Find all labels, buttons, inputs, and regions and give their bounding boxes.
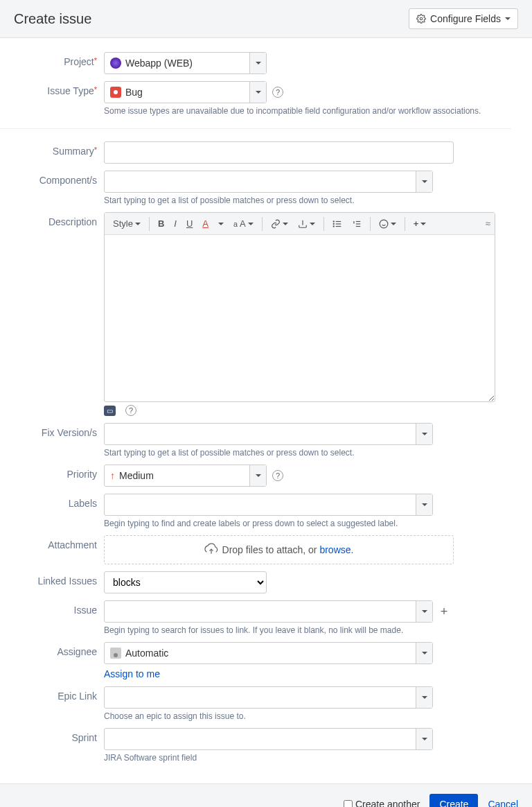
issue-type-label: Issue Type* <box>0 81 104 96</box>
chevron-down-icon[interactable] <box>249 82 266 103</box>
project-select[interactable]: Webapp (WEB) <box>104 52 267 74</box>
chevron-down-icon[interactable] <box>249 465 266 486</box>
description-label: Description <box>0 212 104 227</box>
chevron-down-icon[interactable] <box>416 643 432 663</box>
project-label: Project* <box>0 52 104 67</box>
add-issue-button[interactable]: + <box>437 605 451 618</box>
italic-button[interactable]: I <box>170 216 181 232</box>
chevron-down-icon[interactable] <box>416 171 432 192</box>
project-icon <box>110 58 121 69</box>
summary-label: Summary* <box>0 141 104 157</box>
chevron-down-icon <box>505 17 511 20</box>
epic-link-select[interactable] <box>104 686 433 709</box>
svg-point-0 <box>420 17 423 20</box>
issue-type-hint: Some issue types are unavailable due to … <box>104 106 511 116</box>
linked-issues-label: Linked Issues <box>0 571 104 587</box>
fix-versions-hint: Start typing to get a list of possible m… <box>104 448 511 458</box>
sprint-select[interactable] <box>104 728 433 750</box>
insert-more-button[interactable]: + <box>409 216 431 232</box>
upload-icon <box>204 543 218 557</box>
summary-input[interactable] <box>110 147 447 158</box>
priority-icon: ↑ <box>110 470 115 481</box>
browse-link[interactable]: browse <box>319 544 351 555</box>
priority-label: Priority <box>0 465 104 480</box>
components-label: Component/s <box>0 171 104 186</box>
svg-point-5 <box>333 223 334 224</box>
epic-link-label: Epic Link <box>0 686 104 702</box>
labels-select[interactable] <box>104 494 433 516</box>
attachment-dropzone[interactable]: Drop files to attach, or browse. <box>104 535 454 564</box>
editor-toolbar: Style B I U A aA <box>105 213 495 235</box>
underline-button[interactable]: U <box>182 216 197 232</box>
chevron-down-icon[interactable] <box>249 53 266 73</box>
numbered-list-button[interactable] <box>348 216 366 232</box>
chevron-down-icon[interactable] <box>416 687 432 708</box>
svg-point-10 <box>380 220 388 228</box>
issue-select[interactable] <box>104 600 433 623</box>
priority-select[interactable]: ↑ Medium <box>104 465 267 487</box>
dialog-header: Create issue Configure Fields <box>0 0 532 38</box>
linked-issues-select[interactable]: blocks <box>104 571 267 593</box>
emoji-button[interactable] <box>375 216 400 232</box>
help-icon[interactable]: ? <box>272 470 283 481</box>
style-dropdown[interactable]: Style <box>109 216 145 232</box>
expand-icon[interactable]: ≈ <box>486 218 490 229</box>
sprint-hint: JIRA Software sprint field <box>104 753 511 763</box>
description-editor: Style B I U A aA <box>104 212 495 402</box>
help-icon[interactable]: ? <box>272 87 283 98</box>
visual-mode-button[interactable]: ▭ <box>104 406 116 416</box>
gear-icon <box>416 14 426 24</box>
link-button[interactable] <box>267 216 292 232</box>
divider <box>0 128 511 129</box>
clear-format-button[interactable]: aA <box>229 216 258 232</box>
epic-link-hint: Choose an epic to assign this issue to. <box>104 711 511 721</box>
attachment-button[interactable] <box>294 216 319 232</box>
sprint-label: Sprint <box>0 728 104 743</box>
avatar-icon <box>110 648 121 659</box>
fix-versions-label: Fix Version/s <box>0 423 104 438</box>
page-title: Create issue <box>14 11 91 27</box>
chevron-down-icon[interactable] <box>416 729 432 749</box>
issue-hint: Begin typing to search for issues to lin… <box>104 625 511 635</box>
more-format-dropdown[interactable] <box>214 220 228 228</box>
chevron-down-icon[interactable] <box>416 424 432 444</box>
text-color-button[interactable]: A <box>198 216 213 232</box>
bug-icon <box>110 87 121 98</box>
labels-label: Labels <box>0 494 104 509</box>
description-textarea[interactable] <box>105 235 495 401</box>
cancel-link[interactable]: Cancel <box>488 799 518 807</box>
issue-label: Issue <box>0 600 104 616</box>
bullet-list-button[interactable] <box>328 216 346 232</box>
components-hint: Start typing to get a list of possible m… <box>104 196 511 205</box>
attachment-label: Attachment <box>0 535 104 550</box>
create-button[interactable]: Create <box>429 794 478 807</box>
components-select[interactable] <box>104 171 433 193</box>
bold-button[interactable]: B <box>154 216 168 232</box>
chevron-down-icon[interactable] <box>416 601 432 622</box>
svg-point-6 <box>333 225 334 226</box>
help-icon[interactable]: ? <box>125 405 136 416</box>
assignee-label: Assignee <box>0 642 104 657</box>
dialog-footer: Create another Create Cancel <box>0 783 532 807</box>
create-another-checkbox[interactable]: Create another <box>344 799 420 807</box>
configure-fields-button[interactable]: Configure Fields <box>409 8 518 29</box>
svg-point-4 <box>333 220 334 221</box>
labels-hint: Begin typing to find and create labels o… <box>104 519 511 528</box>
assign-to-me-link[interactable]: Assign to me <box>104 668 160 679</box>
chevron-down-icon[interactable] <box>416 494 432 515</box>
fix-versions-select[interactable] <box>104 423 433 445</box>
issue-type-select[interactable]: Bug <box>104 81 267 103</box>
assignee-select[interactable]: Automatic <box>104 642 433 664</box>
form-body: Project* Webapp (WEB) Issue Type* Bug <box>0 38 532 783</box>
